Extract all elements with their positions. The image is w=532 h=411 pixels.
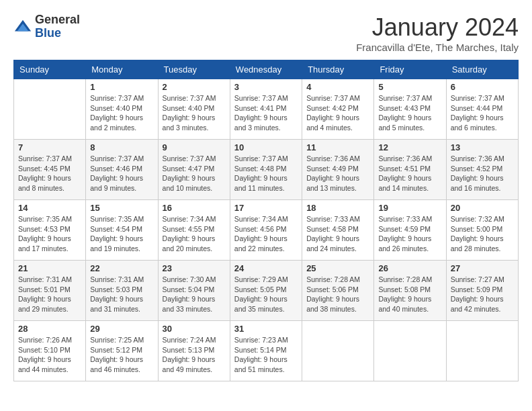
day-info: Sunrise: 7:37 AMSunset: 4:45 PMDaylight:… [18, 154, 81, 193]
day-info: Sunrise: 7:34 AMSunset: 4:55 PMDaylight:… [163, 214, 226, 254]
day-number: 1 [90, 82, 153, 92]
calendar-body: 1Sunrise: 7:37 AMSunset: 4:40 PMDaylight… [14, 79, 519, 381]
header-thursday: Thursday [302, 60, 374, 79]
calendar-week-3: 14Sunrise: 7:35 AMSunset: 4:53 PMDayligh… [14, 200, 519, 261]
calendar-cell: 17Sunrise: 7:34 AMSunset: 4:56 PMDayligh… [230, 200, 302, 261]
calendar-cell: 31Sunrise: 7:23 AMSunset: 5:14 PMDayligh… [230, 321, 302, 381]
day-info: Sunrise: 7:28 AMSunset: 5:06 PMDaylight:… [306, 275, 369, 314]
calendar-cell: 22Sunrise: 7:31 AMSunset: 5:03 PMDayligh… [86, 261, 158, 321]
day-number: 6 [451, 82, 514, 92]
header-saturday: Saturday [446, 60, 518, 79]
day-number: 22 [90, 263, 153, 273]
day-number: 15 [90, 203, 153, 213]
day-number: 31 [234, 324, 298, 334]
header-friday: Friday [374, 60, 446, 79]
day-info: Sunrise: 7:37 AMSunset: 4:43 PMDaylight:… [378, 93, 441, 133]
day-number: 21 [18, 263, 81, 273]
day-number: 7 [18, 142, 81, 152]
day-number: 8 [90, 142, 153, 152]
day-number: 30 [163, 324, 226, 334]
day-number: 29 [90, 324, 153, 334]
calendar-table: Sunday Monday Tuesday Wednesday Thursday… [13, 60, 519, 381]
day-info: Sunrise: 7:31 AMSunset: 5:01 PMDaylight:… [18, 275, 81, 314]
month-title: January 2024 [356, 13, 519, 42]
logo-text: General Blue [35, 13, 80, 40]
day-number: 11 [306, 142, 369, 152]
day-number: 28 [18, 324, 81, 334]
day-info: Sunrise: 7:37 AMSunset: 4:46 PMDaylight:… [90, 154, 153, 193]
day-number: 10 [234, 142, 298, 152]
day-info: Sunrise: 7:23 AMSunset: 5:14 PMDaylight:… [234, 335, 298, 375]
calendar-cell: 25Sunrise: 7:28 AMSunset: 5:06 PMDayligh… [302, 261, 374, 321]
calendar-cell: 8Sunrise: 7:37 AMSunset: 4:46 PMDaylight… [86, 140, 158, 200]
calendar-cell: 21Sunrise: 7:31 AMSunset: 5:01 PMDayligh… [14, 261, 86, 321]
calendar-week-4: 21Sunrise: 7:31 AMSunset: 5:01 PMDayligh… [14, 261, 519, 321]
day-number: 27 [451, 263, 514, 273]
day-number: 18 [306, 203, 369, 213]
header-row: Sunday Monday Tuesday Wednesday Thursday… [14, 60, 519, 79]
calendar-cell: 13Sunrise: 7:36 AMSunset: 4:52 PMDayligh… [446, 140, 518, 200]
day-info: Sunrise: 7:33 AMSunset: 4:59 PMDaylight:… [378, 214, 441, 254]
calendar-week-1: 1Sunrise: 7:37 AMSunset: 4:40 PMDaylight… [14, 79, 519, 140]
location: Francavilla d'Ete, The Marches, Italy [356, 42, 519, 53]
calendar-cell [446, 321, 518, 381]
day-number: 19 [378, 203, 441, 213]
page-header: General Blue January 2024 Francavilla d'… [13, 13, 519, 53]
day-info: Sunrise: 7:24 AMSunset: 5:13 PMDaylight:… [163, 335, 226, 375]
calendar-cell: 4Sunrise: 7:37 AMSunset: 4:42 PMDaylight… [302, 79, 374, 140]
day-info: Sunrise: 7:28 AMSunset: 5:08 PMDaylight:… [378, 275, 441, 314]
calendar-week-2: 7Sunrise: 7:37 AMSunset: 4:45 PMDaylight… [14, 140, 519, 200]
day-info: Sunrise: 7:32 AMSunset: 5:00 PMDaylight:… [451, 214, 514, 254]
day-number: 12 [378, 142, 441, 152]
day-number: 20 [451, 203, 514, 213]
day-info: Sunrise: 7:29 AMSunset: 5:05 PMDaylight:… [234, 275, 298, 314]
day-number: 4 [306, 82, 369, 92]
calendar-cell: 30Sunrise: 7:24 AMSunset: 5:13 PMDayligh… [158, 321, 230, 381]
day-info: Sunrise: 7:37 AMSunset: 4:40 PMDaylight:… [163, 93, 226, 133]
day-info: Sunrise: 7:33 AMSunset: 4:58 PMDaylight:… [306, 214, 369, 254]
day-info: Sunrise: 7:31 AMSunset: 5:03 PMDaylight:… [90, 275, 153, 314]
calendar-cell: 7Sunrise: 7:37 AMSunset: 4:45 PMDaylight… [14, 140, 86, 200]
calendar-cell: 18Sunrise: 7:33 AMSunset: 4:58 PMDayligh… [302, 200, 374, 261]
day-info: Sunrise: 7:37 AMSunset: 4:44 PMDaylight:… [451, 93, 514, 133]
day-number: 14 [18, 203, 81, 213]
calendar-cell: 15Sunrise: 7:35 AMSunset: 4:54 PMDayligh… [86, 200, 158, 261]
day-number: 23 [163, 263, 226, 273]
logo-icon [13, 17, 32, 36]
header-tuesday: Tuesday [158, 60, 230, 79]
calendar-cell: 1Sunrise: 7:37 AMSunset: 4:40 PMDaylight… [86, 79, 158, 140]
calendar-cell: 5Sunrise: 7:37 AMSunset: 4:43 PMDaylight… [374, 79, 446, 140]
calendar-cell: 3Sunrise: 7:37 AMSunset: 4:41 PMDaylight… [230, 79, 302, 140]
day-info: Sunrise: 7:26 AMSunset: 5:10 PMDaylight:… [18, 335, 81, 375]
day-info: Sunrise: 7:25 AMSunset: 5:12 PMDaylight:… [90, 335, 153, 375]
day-number: 9 [163, 142, 226, 152]
title-block: January 2024 Francavilla d'Ete, The Marc… [356, 13, 519, 53]
day-number: 16 [163, 203, 226, 213]
day-info: Sunrise: 7:37 AMSunset: 4:42 PMDaylight:… [306, 93, 369, 133]
calendar-cell: 11Sunrise: 7:36 AMSunset: 4:49 PMDayligh… [302, 140, 374, 200]
calendar-cell: 23Sunrise: 7:30 AMSunset: 5:04 PMDayligh… [158, 261, 230, 321]
day-info: Sunrise: 7:30 AMSunset: 5:04 PMDaylight:… [163, 275, 226, 314]
day-number: 17 [234, 203, 298, 213]
calendar-cell: 28Sunrise: 7:26 AMSunset: 5:10 PMDayligh… [14, 321, 86, 381]
calendar-cell: 24Sunrise: 7:29 AMSunset: 5:05 PMDayligh… [230, 261, 302, 321]
calendar-header: Sunday Monday Tuesday Wednesday Thursday… [14, 60, 519, 79]
day-info: Sunrise: 7:27 AMSunset: 5:09 PMDaylight:… [451, 275, 514, 314]
day-number: 13 [451, 142, 514, 152]
day-info: Sunrise: 7:37 AMSunset: 4:47 PMDaylight:… [163, 154, 226, 193]
day-number: 24 [234, 263, 298, 273]
day-info: Sunrise: 7:37 AMSunset: 4:48 PMDaylight:… [234, 154, 298, 193]
calendar-cell [302, 321, 374, 381]
header-monday: Monday [86, 60, 158, 79]
day-number: 26 [378, 263, 441, 273]
calendar-cell: 16Sunrise: 7:34 AMSunset: 4:55 PMDayligh… [158, 200, 230, 261]
day-info: Sunrise: 7:34 AMSunset: 4:56 PMDaylight:… [234, 214, 298, 254]
day-info: Sunrise: 7:35 AMSunset: 4:53 PMDaylight:… [18, 214, 81, 254]
calendar-week-5: 28Sunrise: 7:26 AMSunset: 5:10 PMDayligh… [14, 321, 519, 381]
calendar-cell: 19Sunrise: 7:33 AMSunset: 4:59 PMDayligh… [374, 200, 446, 261]
day-info: Sunrise: 7:37 AMSunset: 4:41 PMDaylight:… [234, 93, 298, 133]
day-number: 25 [306, 263, 369, 273]
calendar-cell [14, 79, 86, 140]
day-info: Sunrise: 7:36 AMSunset: 4:51 PMDaylight:… [378, 154, 441, 193]
calendar-cell: 29Sunrise: 7:25 AMSunset: 5:12 PMDayligh… [86, 321, 158, 381]
